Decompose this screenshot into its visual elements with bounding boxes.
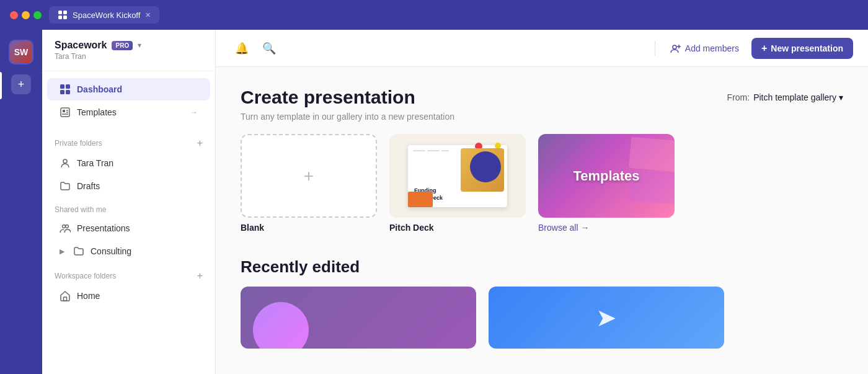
- drafts-label: Drafts: [77, 181, 100, 191]
- app-tab[interactable]: SpaceWork Kickoff ✕: [49, 6, 159, 24]
- new-presentation-label: New presentation: [771, 43, 843, 53]
- blank-template-card[interactable]: + Blank: [241, 134, 377, 233]
- add-members-label: Add members: [685, 43, 739, 53]
- blue-arrow: ➤: [596, 303, 617, 332]
- svg-rect-7: [66, 90, 70, 94]
- recently-edited-section: Recently edited ➤: [241, 257, 843, 349]
- sidebar-item-presentations[interactable]: Presentations: [47, 217, 210, 239]
- sidebar-item-templates[interactable]: Templates →: [47, 101, 210, 123]
- workspace-add[interactable]: +: [197, 270, 203, 282]
- recent-grid: ➤: [241, 287, 843, 349]
- consulting-label: Consulting: [91, 246, 131, 256]
- pitch-card-visual: FundingPitch Deck: [389, 134, 526, 218]
- private-folders-header: Private folders +: [42, 130, 215, 151]
- from-selector: From: Pitch template gallery ▾: [727, 92, 843, 102]
- gallery-chevron: ▾: [839, 92, 843, 102]
- dashboard-label: Dashboard: [77, 84, 122, 94]
- add-workspace-button[interactable]: +: [11, 74, 31, 94]
- brand-name: Spacework: [55, 40, 107, 51]
- bell-button[interactable]: 🔔: [231, 37, 253, 60]
- tab-close-button[interactable]: ✕: [145, 11, 151, 19]
- from-text: From:: [727, 92, 750, 102]
- close-traffic-light[interactable]: [10, 11, 18, 19]
- maximize-traffic-light[interactable]: [33, 11, 42, 19]
- svg-rect-9: [63, 110, 65, 112]
- topbar-divider: [655, 41, 655, 56]
- blank-label: Blank: [241, 223, 377, 233]
- topbar-left: 🔔 🔍: [231, 37, 280, 60]
- recent-card-2-content: ➤: [489, 287, 724, 349]
- tab-title: SpaceWork Kickoff: [73, 11, 140, 20]
- sidebar-item-consulting[interactable]: ▶ Consulting: [47, 240, 210, 262]
- search-button[interactable]: 🔍: [258, 37, 280, 60]
- sidebar-item-dashboard[interactable]: Dashboard: [47, 78, 210, 100]
- blank-card-visual: +: [241, 134, 377, 218]
- svg-rect-16: [64, 297, 67, 301]
- templates-arrow: →: [190, 108, 198, 117]
- gallery-template-card[interactable]: Templates: [538, 134, 675, 218]
- create-subtitle: Turn any template in our gallery into a …: [241, 112, 843, 122]
- topbar-right: Add members + New presentation: [652, 38, 853, 59]
- dashboard-icon: [60, 84, 71, 95]
- avatar[interactable]: SW: [9, 40, 33, 65]
- consulting-chevron: ▶: [60, 247, 64, 256]
- gallery-selector[interactable]: Pitch template gallery ▾: [753, 92, 843, 102]
- sidebar-header: Spacework PRO ▾ Tara Tran: [42, 30, 215, 71]
- plus-icon: +: [761, 43, 767, 54]
- nav-section: Dashboard Templates →: [42, 71, 215, 130]
- browse-all-link[interactable]: Browse all →: [538, 223, 675, 233]
- main-content: 🔔 🔍 Add members + New presentation: [216, 30, 868, 374]
- presentations-label: Presentations: [77, 223, 130, 233]
- grid-icon: [58, 10, 68, 20]
- recent-card-1-content: [241, 287, 476, 349]
- folder-consulting-icon: [73, 246, 84, 257]
- sidebar-item-home[interactable]: Home: [47, 285, 210, 307]
- svg-rect-2: [58, 16, 62, 19]
- home-label: Home: [77, 291, 100, 301]
- svg-rect-6: [60, 90, 64, 94]
- templates-label: Templates: [77, 107, 117, 117]
- private-items: Tara Tran Drafts: [42, 151, 215, 198]
- user-name: Tara Tran: [55, 52, 203, 61]
- recent-card-2[interactable]: ➤: [489, 287, 724, 349]
- topbar: 🔔 🔍 Add members + New presentation: [216, 30, 868, 67]
- content-area: Create presentation From: Pitch template…: [216, 67, 868, 374]
- svg-rect-1: [63, 11, 67, 14]
- sidebar: Spacework PRO ▾ Tara Tran Dashboard: [42, 30, 216, 374]
- gallery-name: Pitch template gallery: [753, 92, 836, 102]
- active-indicator: [0, 72, 2, 99]
- pro-badge: PRO: [112, 41, 133, 50]
- private-folders-add[interactable]: +: [197, 138, 203, 149]
- left-rail: SW +: [0, 30, 42, 374]
- add-people-icon: [670, 43, 681, 54]
- traffic-lights: [10, 11, 42, 19]
- minimize-traffic-light[interactable]: [22, 11, 30, 19]
- shared-header: Shared with me: [42, 198, 215, 216]
- create-section: Create presentation From: Pitch template…: [241, 87, 843, 233]
- sidebar-item-tara[interactable]: Tara Tran: [47, 152, 210, 174]
- private-folders-label: Private folders: [55, 139, 102, 148]
- templates-row: + Blank: [241, 134, 843, 233]
- titlebar: SpaceWork Kickoff ✕: [0, 0, 868, 30]
- svg-rect-4: [60, 84, 64, 89]
- new-presentation-button[interactable]: + New presentation: [751, 38, 853, 59]
- sidebar-item-drafts[interactable]: Drafts: [47, 175, 210, 197]
- svg-point-13: [63, 159, 67, 163]
- create-title: Create presentation: [241, 87, 415, 108]
- shared-items: Presentations ▶ Consulting: [42, 216, 215, 263]
- svg-rect-0: [58, 11, 62, 14]
- home-icon: [60, 290, 71, 301]
- person-icon: [60, 158, 71, 169]
- svg-rect-3: [63, 16, 67, 19]
- recent-card-1[interactable]: [241, 287, 476, 349]
- pitch-template-card[interactable]: FundingPitch Deck Pitch Deck: [389, 134, 526, 233]
- gallery-card-title: Templates: [573, 168, 639, 184]
- pitch-label: Pitch Deck: [389, 223, 526, 233]
- add-members-button[interactable]: Add members: [663, 39, 746, 58]
- brand-chevron[interactable]: ▾: [138, 41, 141, 50]
- templates-icon: [60, 107, 71, 118]
- folder-icon: [60, 180, 71, 192]
- people-icon: [60, 223, 71, 234]
- svg-point-15: [66, 225, 69, 228]
- svg-rect-5: [66, 84, 70, 89]
